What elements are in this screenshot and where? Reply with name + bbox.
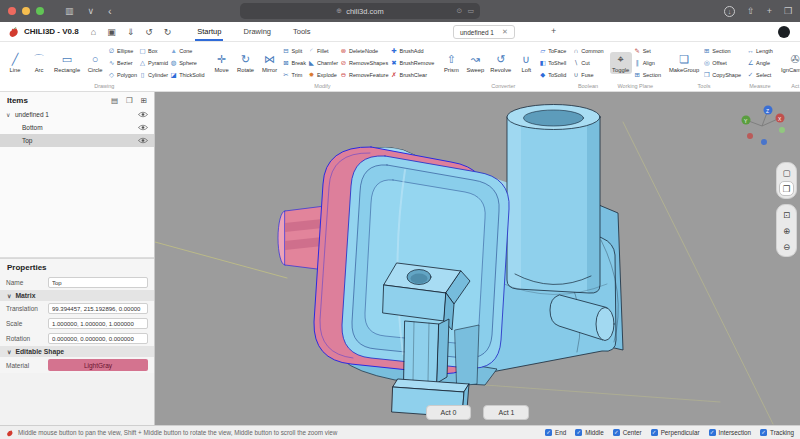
mirror-button[interactable]: ⋈Mirror: [259, 52, 281, 74]
brushadd-button[interactable]: ✚BrushAdd: [390, 45, 434, 56]
loft-button[interactable]: ∪Loft: [515, 52, 537, 74]
chevron-down-icon[interactable]: ∨: [88, 0, 95, 22]
arc-button[interactable]: ⌒Arc: [28, 52, 50, 74]
redo-icon[interactable]: ↻: [164, 27, 172, 37]
name-input[interactable]: [48, 277, 148, 288]
new-document-icon[interactable]: +: [551, 26, 556, 36]
fuse-button[interactable]: ∪Fuse: [572, 69, 603, 80]
close-document-icon[interactable]: ✕: [502, 28, 508, 36]
length-button[interactable]: ↔Length: [747, 45, 773, 56]
checked-checkbox-icon[interactable]: ✓: [613, 429, 620, 436]
act-1-button[interactable]: Act 1: [484, 405, 530, 420]
checked-checkbox-icon[interactable]: ✓: [545, 429, 552, 436]
circle-button[interactable]: ○Circle: [84, 52, 106, 74]
download-icon[interactable]: ⇓: [127, 27, 135, 37]
move-button[interactable]: ✛Move: [211, 52, 233, 74]
snap-toggle-end[interactable]: ✓End: [545, 429, 566, 436]
home-icon[interactable]: ⌂: [91, 27, 96, 37]
chamfer-button[interactable]: ◣Chamfer: [308, 57, 338, 68]
downloads-icon[interactable]: ↓: [724, 6, 735, 17]
github-icon[interactable]: [778, 26, 790, 38]
brushremove-button[interactable]: ✖BrushRemove: [390, 57, 434, 68]
copyshape-button[interactable]: ❐CopyShape: [703, 69, 741, 80]
maximize-window-icon[interactable]: [36, 7, 44, 15]
removefeature-button[interactable]: ⊖RemoveFeature: [340, 69, 388, 80]
scale-input[interactable]: [48, 318, 148, 329]
back-icon[interactable]: ‹: [108, 0, 112, 22]
toggle-button[interactable]: ⌖Toggle: [610, 52, 632, 74]
document-tab[interactable]: undefined 1 ✕: [453, 25, 515, 39]
reader-icon[interactable]: ▭: [467, 7, 474, 15]
brushclear-button[interactable]: ✗BrushClear: [390, 69, 434, 80]
ellipse-button[interactable]: ∅Ellipse: [108, 45, 137, 56]
checked-checkbox-icon[interactable]: ✓: [709, 429, 716, 436]
new-tab-icon[interactable]: +: [767, 6, 772, 16]
select-button[interactable]: ✓Select: [747, 69, 773, 80]
common-button[interactable]: ∩Common: [572, 45, 603, 56]
pump-model[interactable]: [155, 92, 800, 425]
matrix-section-header[interactable]: ∨ Matrix: [0, 290, 154, 301]
visibility-eye-icon[interactable]: [138, 111, 148, 118]
tree-item-top[interactable]: Top: [0, 134, 154, 147]
thicksolid-button[interactable]: ◪ThickSolid: [170, 69, 204, 80]
editable-shape-section-header[interactable]: ∨ Editable Shape: [0, 346, 154, 357]
break-button[interactable]: ⊠Break: [283, 57, 306, 68]
revolve-button[interactable]: ↺Revolve: [488, 52, 513, 74]
shaded-view-button[interactable]: ❐: [779, 181, 794, 196]
align-button[interactable]: ∥Align: [634, 57, 661, 68]
zoom-out-button[interactable]: ⊖: [779, 239, 794, 254]
tab-drawing[interactable]: Drawing: [241, 23, 273, 41]
cut-button[interactable]: ∖Cut: [572, 57, 603, 68]
zoom-in-button[interactable]: ⊕: [779, 223, 794, 238]
offset-button[interactable]: ◎Offset: [703, 57, 741, 68]
toshell-button[interactable]: ◧ToShell: [539, 57, 566, 68]
set-button[interactable]: ✎Set: [634, 45, 661, 56]
explode-button[interactable]: ✸Explode: [308, 69, 338, 80]
wireframe-view-button[interactable]: ▢: [779, 165, 794, 180]
tab-overview-icon[interactable]: ❒: [784, 6, 792, 16]
translation-input[interactable]: [48, 303, 148, 314]
close-window-icon[interactable]: [8, 7, 16, 15]
rectangle-button[interactable]: ▭Rectangle: [52, 52, 82, 74]
tree-item-bottom[interactable]: Bottom: [0, 121, 154, 134]
inlet-tube[interactable]: [499, 105, 607, 295]
save-icon[interactable]: ▣: [107, 27, 116, 37]
toface-button[interactable]: ▱ToFace: [539, 45, 566, 56]
minimize-window-icon[interactable]: [22, 7, 30, 15]
checked-checkbox-icon[interactable]: ✓: [760, 429, 767, 436]
tab-tools[interactable]: Tools: [291, 23, 313, 41]
rotation-input[interactable]: [48, 333, 148, 344]
material-button[interactable]: LightGray: [48, 359, 148, 371]
sidebar-toggle-icon[interactable]: ▥: [65, 0, 74, 22]
tab-startup[interactable]: Startup: [195, 23, 223, 41]
igncamera-button[interactable]: ✇IgnCamera: [779, 52, 800, 74]
undo-icon[interactable]: ↺: [145, 27, 153, 37]
box-button[interactable]: ▢Box: [139, 45, 168, 56]
snap-toggle-perpendicular[interactable]: ✓Perpendicular: [651, 429, 700, 436]
address-bar[interactable]: ⊕ chili3d.com ⊙ ▭: [240, 3, 480, 19]
sweep-button[interactable]: ↝Sweep: [464, 52, 486, 74]
rotate-button[interactable]: ↻Rotate: [235, 52, 257, 74]
visibility-eye-icon[interactable]: [138, 124, 148, 131]
snap-toggle-intersection[interactable]: ✓Intersection: [709, 429, 752, 436]
tosolid-button[interactable]: ◆ToSolid: [539, 69, 566, 80]
axis-x-neg-handle[interactable]: [747, 133, 753, 139]
split-button[interactable]: ⊟Split: [283, 45, 306, 56]
pyramid-button[interactable]: △Pyramid: [139, 57, 168, 68]
section-button[interactable]: ⊞Section: [703, 45, 741, 56]
fillet-button[interactable]: ◜Fillet: [308, 45, 338, 56]
visibility-eye-icon[interactable]: [138, 137, 148, 144]
snap-toggle-center[interactable]: ✓Center: [613, 429, 642, 436]
snap-toggle-middle[interactable]: ✓Middle: [575, 429, 604, 436]
cylinder-button[interactable]: ▯Cylinder: [139, 69, 168, 80]
checked-checkbox-icon[interactable]: ✓: [651, 429, 658, 436]
prism-button[interactable]: ⇧Prism: [440, 52, 462, 74]
translate-icon[interactable]: ⊙: [457, 7, 463, 15]
bezier-button[interactable]: ∿Bezier: [108, 57, 137, 68]
deletenode-button[interactable]: ⊗DeleteNode: [340, 45, 388, 56]
expand-caret-icon[interactable]: ∨: [6, 111, 15, 118]
share-icon[interactable]: ⇧: [747, 6, 755, 16]
removeshapes-button[interactable]: ⊘RemoveShapes: [340, 57, 388, 68]
viewport-3d[interactable]: Z X Y ▢❐⊡⊕⊖ Act 0Act 1: [155, 92, 800, 425]
act-0-button[interactable]: Act 0: [426, 405, 472, 420]
